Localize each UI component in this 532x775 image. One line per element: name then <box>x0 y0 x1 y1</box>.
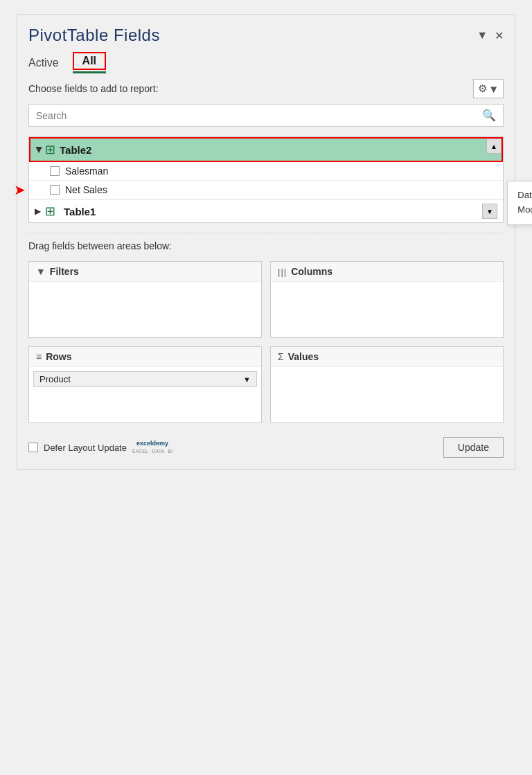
defer-label: Defer Layout Update <box>44 443 127 453</box>
tooltip-line2: Model Table Name: Table2 <box>517 203 532 217</box>
tab-underline <box>73 71 106 73</box>
rows-icon: ≡ <box>36 351 42 362</box>
values-area: Σ Values <box>270 346 504 423</box>
fields-list: ▶ ⊞ Table2 ▲ Salesman ➤ Net Sales Data S… <box>28 136 504 223</box>
gear-button[interactable]: ⚙ ▼ <box>473 79 504 98</box>
columns-content[interactable] <box>271 282 503 337</box>
fields-subtitle: Choose fields to add to report: <box>28 83 159 94</box>
filters-content[interactable] <box>29 282 261 337</box>
defer-row: Defer Layout Update exceldemy EXCEL · DA… <box>28 440 172 455</box>
tab-all[interactable]: All <box>73 52 106 73</box>
divider <box>28 233 504 233</box>
filters-icon: ▼ <box>36 266 46 277</box>
header-icons: ▼ ✕ <box>477 29 504 42</box>
drag-label: Drag fields between areas below: <box>28 240 504 251</box>
values-icon: Σ <box>278 351 284 362</box>
tooltip-box: Data Source: Helper!$B$4:$C$10 Model Tab… <box>507 181 532 225</box>
tooltip-line1: Data Source: Helper!$B$4:$C$10 <box>517 188 532 203</box>
rows-product-pill[interactable]: Product ▼ <box>33 371 257 387</box>
table2-name: Table2 <box>60 144 91 156</box>
tab-active[interactable]: Active <box>28 57 59 69</box>
salesman-checkbox[interactable] <box>50 166 60 176</box>
gear-icon: ⚙ <box>478 82 487 95</box>
field-salesman-row[interactable]: Salesman <box>29 162 503 181</box>
table2-expand-icon: ▶ <box>35 147 44 153</box>
panel-title: PivotTable Fields <box>28 26 160 45</box>
rows-product-label: Product <box>39 374 71 384</box>
netsales-label: Net Sales <box>65 184 107 195</box>
table1-name: Table1 <box>64 206 96 217</box>
watermark: exceldemy EXCEL · DATA · BI <box>132 440 172 455</box>
columns-icon: ||| <box>278 267 287 277</box>
salesman-label: Salesman <box>65 166 108 177</box>
columns-area: ||| Columns <box>270 261 504 338</box>
update-button[interactable]: Update <box>443 437 504 458</box>
field-netsales-row[interactable]: ➤ Net Sales Data Source: Helper!$B$4:$C$… <box>29 181 503 199</box>
values-label: Values <box>288 351 319 362</box>
columns-header: ||| Columns <box>271 262 503 282</box>
gear-dropdown-arrow: ▼ <box>488 83 499 95</box>
pivottable-panel: PivotTable Fields ▼ ✕ Active All Choose … <box>17 14 515 470</box>
rows-label: Rows <box>46 351 71 362</box>
table1-grid-icon: ⊞ <box>45 204 55 219</box>
areas-grid: ▼ Filters ||| Columns ≡ Rows Product ▼ <box>28 261 504 423</box>
table2-row[interactable]: ▶ ⊞ Table2 ▲ <box>29 137 503 162</box>
table1-row[interactable]: ▶ ⊞ Table1 ▼ <box>29 199 503 222</box>
close-icon[interactable]: ✕ <box>495 29 504 42</box>
rows-pill-arrow: ▼ <box>243 375 251 384</box>
panel-header: PivotTable Fields ▼ ✕ <box>28 26 504 45</box>
search-icon: 🔍 <box>482 109 496 122</box>
tab-all-box[interactable]: All <box>73 52 106 70</box>
filters-area: ▼ Filters <box>28 261 262 338</box>
search-row[interactable]: 🔍 <box>28 104 504 127</box>
subtitle-row: Choose fields to add to report: ⚙ ▼ <box>28 79 504 98</box>
defer-checkbox[interactable] <box>28 443 38 452</box>
filters-label: Filters <box>50 266 79 277</box>
scroll-up-button[interactable]: ▲ <box>486 139 502 154</box>
values-header: Σ Values <box>271 347 503 367</box>
rows-content[interactable]: Product ▼ <box>29 367 261 422</box>
rows-area: ≡ Rows Product ▼ <box>28 346 262 423</box>
footer-row: Defer Layout Update exceldemy EXCEL · DA… <box>28 433 504 458</box>
scroll-down-button[interactable]: ▼ <box>482 204 497 219</box>
tabs-row: Active All <box>28 52 504 73</box>
table1-expand-icon: ▶ <box>35 206 41 216</box>
search-input[interactable] <box>36 110 482 121</box>
table2-grid-icon: ⊞ <box>45 142 55 157</box>
dropdown-icon[interactable]: ▼ <box>477 29 488 42</box>
red-arrow-icon: ➤ <box>14 181 26 198</box>
table1-left: ▶ ⊞ Table1 <box>35 204 96 219</box>
netsales-checkbox[interactable] <box>50 185 60 195</box>
rows-header: ≡ Rows <box>29 347 261 367</box>
filters-header: ▼ Filters <box>29 262 261 282</box>
values-content[interactable] <box>271 367 503 422</box>
columns-label: Columns <box>291 266 332 277</box>
